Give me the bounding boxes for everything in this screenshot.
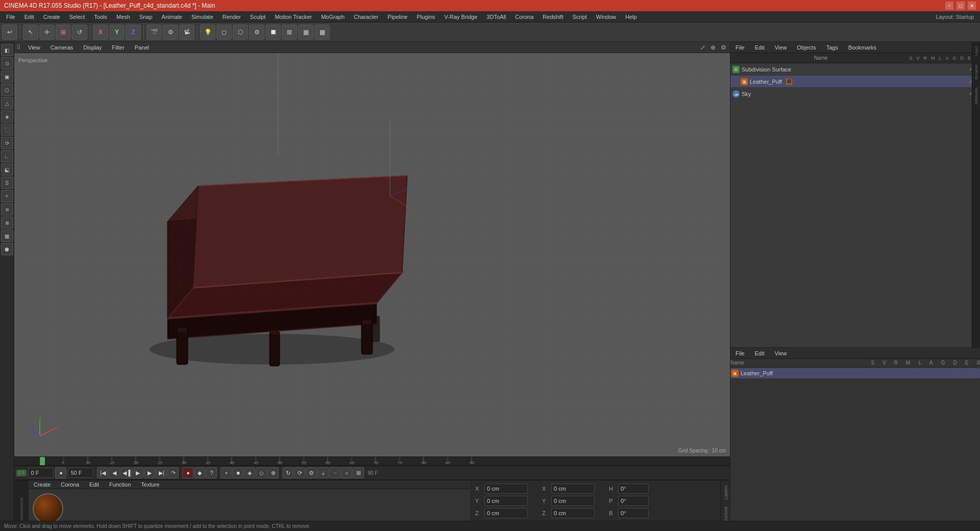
attr-selected-row[interactable]: ▣ Leather_Puff (730, 368, 980, 378)
z-input[interactable] (484, 508, 528, 518)
left-tool-10[interactable]: ⬕ (1, 163, 13, 176)
render-settings[interactable]: ⚙ (163, 25, 178, 40)
obj-item-sky[interactable]: ☁ Sky ✓○ (730, 88, 980, 100)
h-input[interactable] (618, 484, 649, 494)
left-tool-12[interactable]: ⟡ (1, 190, 13, 202)
timeline-prev-key[interactable]: ◀ (109, 467, 120, 478)
timeline-loop-2[interactable]: ⟳ (294, 467, 305, 478)
left-tool-2[interactable]: ⊙ (1, 57, 13, 69)
b-input[interactable] (618, 508, 649, 518)
obj-menu-edit[interactable]: Edit (752, 43, 768, 52)
end-frame-input[interactable] (68, 468, 93, 478)
z-axis-btn[interactable]: Z (126, 25, 141, 40)
z2-input[interactable] (551, 508, 595, 518)
mat-menu-create[interactable]: Create (31, 480, 54, 489)
timeline-loop-4[interactable]: ⏚ (317, 467, 329, 478)
rotate-tool[interactable]: ↺ (72, 25, 87, 40)
timeline-play-back[interactable]: ◀▐ (120, 467, 132, 478)
obj-item-leather-puff[interactable]: ▣ Leather_Puff ⬛ ✓○ (730, 76, 980, 88)
select-tool[interactable]: ↖ (23, 25, 38, 40)
menu-select[interactable]: Select (65, 13, 89, 21)
viewport-menu-view[interactable]: View (25, 43, 43, 52)
obj-menu-file[interactable]: File (732, 43, 748, 52)
viewport-3d[interactable]: Perspective (14, 53, 730, 456)
timeline-key-5[interactable]: ⊕ (267, 467, 279, 478)
maximize-button[interactable]: □ (957, 2, 965, 10)
obj-menu-tags[interactable]: Tags (823, 43, 841, 52)
vp-sync-btn[interactable]: ⊕ (709, 44, 717, 51)
minimize-button[interactable]: − (945, 2, 953, 10)
obj-item-subdivision[interactable]: ⊞ Subdivision Surface ✓○ (730, 63, 980, 76)
mat-menu-function[interactable]: Function (106, 480, 134, 489)
left-tool-13[interactable]: ≋ (1, 203, 13, 215)
y2-input[interactable] (551, 496, 595, 506)
timeline-record-3[interactable]: ? (206, 467, 217, 478)
menu-tools[interactable]: Tools (90, 13, 111, 21)
tab-layers[interactable]: Layers (722, 482, 729, 502)
props-menu-view[interactable]: View (772, 349, 790, 357)
mat-menu-texture[interactable]: Texture (138, 480, 162, 489)
vp-fullscreen-btn[interactable]: ⤢ (699, 44, 707, 51)
timeline-key-3[interactable]: ◈ (244, 467, 255, 478)
render-to-po[interactable]: 📽 (179, 25, 194, 40)
timeline-record-1[interactable]: ● (182, 467, 193, 478)
timeline-next-key[interactable]: ▶ (144, 467, 155, 478)
left-tool-15[interactable]: ▦ (1, 230, 13, 242)
menu-3dtoall[interactable]: 3DToAll (482, 13, 510, 21)
layer-browser-tab[interactable]: Layer (973, 42, 979, 60)
left-tool-3[interactable]: ▣ (1, 70, 13, 83)
timeline-go-end[interactable]: ▶| (156, 467, 167, 478)
timeline-key-4[interactable]: ◇ (256, 467, 267, 478)
viewport-menu-filter[interactable]: Filter (109, 43, 127, 52)
menu-plugins[interactable]: Plugins (412, 13, 439, 21)
menu-mesh[interactable]: Mesh (112, 13, 134, 21)
props-menu-edit[interactable]: Edit (752, 349, 768, 357)
structure-tab[interactable]: Browser (973, 60, 979, 83)
timeline-loop-7[interactable]: ⊞ (353, 467, 364, 478)
timeline-go-end-2[interactable]: ↷ (167, 467, 179, 478)
menu-simulate[interactable]: Simulate (187, 13, 217, 21)
menu-mograph[interactable]: MoGraph (317, 13, 349, 21)
menu-render[interactable]: Render (218, 13, 245, 21)
display-style-3[interactable]: ⚙ (249, 25, 264, 40)
timeline-loop-5[interactable]: ⏤ (329, 467, 340, 478)
render-active-view[interactable]: 🎬 (146, 25, 162, 40)
viewport-menu-cameras[interactable]: Cameras (47, 43, 77, 52)
menu-help[interactable]: Help (621, 13, 641, 21)
obj-menu-objects[interactable]: Objects (794, 43, 819, 52)
menu-create[interactable]: Create (39, 13, 64, 21)
current-frame-input[interactable] (28, 468, 54, 478)
left-tool-9[interactable]: ∟ (1, 150, 13, 162)
move-tool[interactable]: ✛ (39, 25, 55, 40)
timeline-go-start[interactable]: |◀ (97, 467, 108, 478)
left-tool-14[interactable]: ⊗ (1, 216, 13, 229)
left-tool-7[interactable]: ⬛ (1, 124, 13, 136)
menu-pipeline[interactable]: Pipeline (383, 13, 411, 21)
vp-settings-btn[interactable]: ⚙ (719, 44, 728, 51)
obj-menu-bookmarks[interactable]: Bookmarks (845, 43, 879, 52)
attributes-tab[interactable]: Attributes (973, 83, 979, 109)
menu-corona[interactable]: Corona (511, 13, 537, 21)
viewport-menu-panel[interactable]: Panel (132, 43, 152, 52)
mat-menu-edit[interactable]: Edit (86, 480, 102, 489)
x-input[interactable] (484, 484, 528, 494)
display-style-7[interactable]: ▩ (314, 25, 330, 40)
menu-character[interactable]: Character (350, 13, 382, 21)
left-tool-5[interactable]: △ (1, 97, 13, 109)
timeline-play-fwd[interactable]: ▶ (132, 467, 143, 478)
timeline-loop-3[interactable]: ⚙ (306, 467, 317, 478)
menu-motion-tracker[interactable]: Motion Tracker (271, 13, 316, 21)
material-preview[interactable] (33, 493, 63, 524)
timeline-record-2[interactable]: ◆ (194, 467, 205, 478)
menu-window[interactable]: Window (592, 13, 620, 21)
menu-redshift[interactable]: Redshift (538, 13, 567, 21)
left-tool-11[interactable]: S (1, 177, 13, 189)
menu-script[interactable]: Script (569, 13, 591, 21)
display-style-5[interactable]: ⊠ (282, 25, 297, 40)
x2-input[interactable] (551, 484, 595, 494)
x-axis-btn[interactable]: X (93, 25, 108, 40)
left-tool-1[interactable]: ◧ (1, 44, 13, 56)
viewport-menu-display[interactable]: Display (80, 43, 105, 52)
timeline-key-1[interactable]: + (220, 467, 232, 478)
timeline-loop-6[interactable]: ⟐ (341, 467, 352, 478)
